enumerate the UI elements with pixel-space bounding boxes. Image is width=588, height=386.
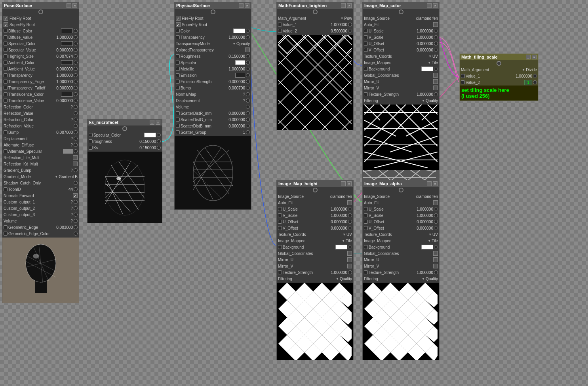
custom-out3-row: Custom_output_3 ? — [2, 211, 79, 218]
phys-scatter-group-row: Scatter_Group 1 — [175, 129, 251, 135]
imc-texcoords-row: Texture_Coords ▼ UV — [363, 53, 439, 59]
phys-min-btn[interactable]: _ — [239, 3, 244, 8]
ks-min-btn[interactable]: _ — [150, 120, 154, 125]
mb-preview-svg — [278, 35, 352, 130]
ima-uscale-row: U_Scale 1.000000 — [363, 206, 439, 212]
gradient-mode-row: Gradient_Mode ▼ Gradient B — [2, 173, 79, 180]
imh-global-coords-row: Global_Coordinates — [277, 250, 353, 257]
phys-trans-mode-row: TransparencyMode ▼ Opacity — [175, 40, 251, 47]
imh-preview-svg — [278, 283, 352, 360]
mb-math-arg-row: Math_Argument ▼ Pow — [277, 15, 353, 21]
image-map-height-panel: Image_Map_height _ × Image_Source diamon… — [276, 180, 354, 360]
phys-emission-strength-row: EmissionStrength 0.000000 — [175, 78, 251, 85]
mt-min-btn[interactable]: _ — [526, 55, 531, 59]
top-connector[interactable] — [38, 10, 43, 14]
ks-preview-svg — [101, 153, 148, 222]
imh-texcoords-row: Texture_Coords ▼ UV — [277, 231, 353, 238]
phys-color-row: Color — [175, 28, 251, 34]
svg-point-32 — [116, 177, 121, 180]
imc-background-row: Background — [363, 66, 439, 72]
transparency-row: Transparency 1.000000 — [2, 72, 79, 78]
mt-top-connector[interactable] — [497, 61, 501, 66]
phys-preview-svg — [189, 138, 237, 207]
bump-row: Bump 0.007000 — [2, 129, 79, 135]
phys-bump-row: Bump 0.000700 — [175, 85, 251, 91]
ima-global-coords-row: Global_Coordinates — [363, 250, 439, 257]
phys-volume-row: Volume — [175, 104, 251, 110]
gradient-bump-row: Gradient_Bump ? — [2, 167, 79, 173]
imh-filtering-row: Filtering ▼ Quality — [277, 276, 353, 282]
imh-autofit-row: Auto_Fit — [277, 200, 353, 206]
phys-close-btn[interactable]: × — [245, 3, 249, 8]
phys-scatterR-row: ScatterDistR_mm 0.000000 — [175, 110, 251, 116]
svg-line-16 — [193, 170, 221, 198]
phys-top-connector[interactable] — [211, 10, 215, 14]
reflection-color-row: Reflection_Color ? — [2, 104, 79, 110]
reflection-lite-row: Reflection_Lite_Mult — [2, 154, 79, 161]
firefly-checkbox[interactable] — [4, 16, 8, 21]
mb-close-btn[interactable]: × — [347, 3, 352, 8]
volume-row: Volume ? — [2, 218, 79, 224]
imc-title: Image_Map_color _ × — [363, 2, 439, 9]
imh-imagemapped-row: Image_Mapped ▼ Tile — [277, 238, 353, 244]
imh-top-connector[interactable] — [313, 188, 318, 192]
mt-math-arg-row: Math_Argument ▼ Divide — [460, 67, 538, 73]
imc-min-btn[interactable]: _ — [427, 3, 432, 8]
phys-specular-row: Specular — [175, 59, 251, 66]
phys-normalmap-row: NormalMap ? — [175, 91, 251, 97]
ks-preview — [88, 152, 162, 223]
ima-title: Image_Map_alpha _ × — [363, 181, 439, 187]
imc-mirroru-row: Mirror_U — [363, 78, 439, 85]
alt-diffuse-row: Alternate_Diffuse ? — [2, 142, 79, 148]
image-map-alpha-panel: Image_Map_alpha _ × Image_Source diamond… — [362, 180, 440, 360]
poser-surface-panel: PoserSurface _ × FireFly Root SuperFly R… — [2, 2, 79, 303]
minimize-btn[interactable]: _ — [67, 3, 71, 8]
ima-close-btn[interactable]: × — [433, 181, 438, 186]
mb-min-btn[interactable]: _ — [341, 3, 346, 8]
poser-preview — [2, 238, 79, 303]
mt-close-btn[interactable]: × — [532, 55, 537, 59]
ima-background-row: Background — [363, 244, 439, 250]
ks-title: ks_microfacet _ × — [88, 119, 162, 125]
superfly-checkbox[interactable] — [4, 22, 8, 27]
translucence-value-row: Translucence_Value 0.000000 — [2, 97, 79, 104]
phys-metallic-row: Metallic 1.000000 — [175, 66, 251, 72]
ima-texstrength-row: Texture_Strength 1.000000 — [363, 269, 439, 276]
svg-line-29 — [105, 176, 123, 214]
geometric-edge-row: Geometric_Edge 0.003000 — [2, 224, 79, 230]
svg-rect-33 — [278, 35, 352, 130]
imc-vscale-row: V_Scale 1.000000 — [363, 34, 439, 40]
ima-autofit-row: Auto_Fit — [363, 200, 439, 206]
close-btn[interactable]: × — [72, 3, 77, 8]
imh-close-btn[interactable]: × — [347, 181, 352, 186]
alt-specular-row: Alternate_Specular — [2, 148, 79, 154]
annotation-text: set tiling scale here(I used 256) — [461, 87, 509, 99]
imh-background-row: Background — [277, 244, 353, 250]
ima-image-source-row: Image_Source diamond fen — [363, 193, 439, 200]
imh-min-btn[interactable]: _ — [341, 181, 346, 186]
normals-checkbox[interactable] — [73, 193, 78, 198]
ima-uoffset-row: U_Offset 0.000000 — [363, 219, 439, 225]
ima-min-btn[interactable]: _ — [427, 181, 432, 186]
imc-top-connector[interactable] — [399, 10, 403, 14]
ambient-value-row: Ambient_Value 0.000000 — [2, 66, 79, 72]
ima-imagemapped-row: Image_Mapped ▼ Tile — [363, 238, 439, 244]
geometric-edge-color-row: Geometric_Edge_Color — [2, 230, 79, 237]
imh-image-source-row: Image_Source diamond fen — [277, 193, 353, 200]
imc-close-btn[interactable]: × — [433, 3, 438, 8]
specular-value-row: Specular_Value 0.000000 — [2, 47, 79, 53]
ima-mirroru-row: Mirror_U — [363, 257, 439, 263]
diffuse-swatch[interactable] — [61, 29, 73, 33]
ks-close-btn[interactable]: × — [156, 120, 160, 125]
imc-mirrorv-row: Mirror_V — [363, 85, 439, 91]
math-tiling-panel: Math_tiling_scale _ × Math_Argument ▼ Di… — [459, 53, 539, 101]
imc-uscale-row: U_Scale 1.000000 — [363, 28, 439, 34]
imc-preview — [363, 105, 439, 170]
ks-top-connector[interactable] — [122, 126, 127, 131]
diffuse-color-row: Diffuse_Color — [2, 28, 79, 34]
phys-transparency-row: Transparency 1.000000 — [175, 34, 251, 40]
ima-preview-svg — [364, 283, 438, 360]
mb-top-connector[interactable] — [313, 10, 318, 14]
ima-top-connector[interactable] — [399, 188, 403, 192]
ima-vscale-row: V_Scale 1.000000 — [363, 212, 439, 219]
